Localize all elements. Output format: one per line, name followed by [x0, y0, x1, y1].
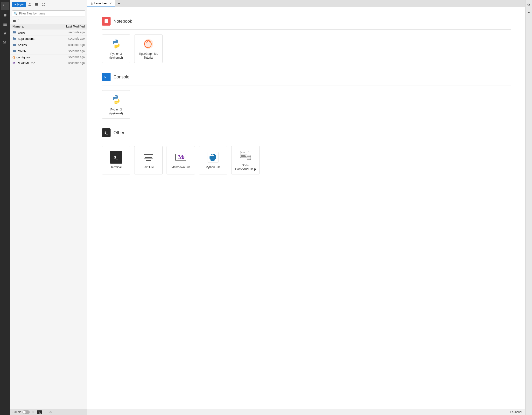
card-label-markdown: Markdown File: [171, 166, 190, 169]
card-label-python3-notebook: Python 3(ipykernel): [109, 52, 123, 60]
pythonfile-card-icon: [207, 151, 219, 164]
file-name-algos: algos: [18, 31, 58, 34]
card-tigergraph[interactable]: TigerGraph MLTutorial: [134, 35, 163, 63]
tab-add-button[interactable]: +: [115, 0, 122, 7]
folder-icon: [13, 43, 16, 47]
sidebar-icon-extension[interactable]: [1, 29, 9, 38]
card-textfile[interactable]: Text File: [134, 146, 163, 174]
launcher-status-label: Launcher: [510, 410, 522, 414]
svg-rect-17: [244, 152, 245, 152]
tab-bar: ⎘ Launcher ✕ +: [87, 0, 525, 7]
upload-folder-button[interactable]: [34, 1, 40, 7]
sidebar-icon-files[interactable]: [1, 2, 9, 10]
settings-gear-icon[interactable]: ⚙: [526, 2, 532, 8]
card-markdown[interactable]: M Markdown File: [167, 146, 195, 174]
svg-rect-21: [247, 155, 251, 160]
file-modified-gnns: seconds ago: [58, 49, 85, 53]
breadcrumb-path: /: [18, 19, 18, 22]
textfile-card-icon: [142, 151, 155, 164]
content-area: Notebook Python 3(ipykernel): [87, 7, 525, 409]
svg-point-12: [214, 160, 214, 160]
toggle-switch-control[interactable]: [22, 410, 30, 414]
search-input[interactable]: [12, 10, 85, 16]
svg-rect-0: [3, 5, 4, 6]
card-contextual-help[interactable]: ShowContextual Help: [231, 146, 260, 174]
notebook-section-title: Notebook: [114, 19, 132, 24]
file-item-readme[interactable]: M README.md seconds ago: [10, 60, 87, 66]
card-label-textfile: Text File: [143, 166, 154, 169]
folder-icon: [13, 49, 16, 53]
folder-icon: [13, 30, 16, 35]
python-notebook-icon: [110, 38, 122, 50]
counter2: 0: [45, 410, 47, 414]
file-name-config: config.json: [16, 56, 58, 59]
file-modified-basics: seconds ago: [58, 43, 85, 47]
card-terminal[interactable]: $_ Terminal: [102, 146, 130, 174]
file-item-applications[interactable]: applications seconds ago: [10, 36, 87, 42]
notebook-card-grid: Python 3(ipykernel) TigerGraph MLTutoria…: [102, 35, 511, 63]
counter1: 0: [33, 410, 34, 414]
status-bar: Simple 0 $_ 0 ⚙: [10, 409, 87, 415]
card-label-pythonfile: Python File: [206, 166, 220, 169]
file-list-header: Name ▲ Last Modified: [10, 24, 87, 29]
text-line-2: [144, 156, 153, 156]
card-label-terminal: Terminal: [111, 166, 121, 169]
file-name-applications: applications: [18, 37, 58, 40]
console-icon: >_: [102, 73, 111, 81]
notebook-divider: [102, 29, 511, 30]
other-card-grid: $_ Terminal Text File: [102, 146, 511, 174]
file-item-algos[interactable]: algos seconds ago: [10, 29, 87, 36]
python-console-icon: [110, 93, 122, 106]
card-python3-notebook[interactable]: Python 3(ipykernel): [102, 35, 130, 63]
other-section-header: $_ Other: [102, 128, 511, 137]
sidebar-icon-stop[interactable]: [1, 11, 9, 19]
svg-point-11: [212, 154, 213, 155]
tab-icon: ⎘: [91, 2, 93, 5]
console-section-title: Console: [114, 75, 129, 80]
notebook-section-header: Notebook: [102, 17, 511, 26]
main-status-bar: Launcher: [87, 409, 525, 415]
settings-status-icon: ⚙: [49, 410, 52, 414]
file-item-gnns[interactable]: GNNs seconds ago: [10, 48, 87, 55]
file-list: algos seconds ago applications seconds a…: [10, 29, 87, 409]
tab-close-icon[interactable]: ✕: [109, 2, 112, 5]
tigergraph-icon: [142, 38, 155, 50]
new-button[interactable]: + + New New: [12, 2, 26, 7]
simple-toggle[interactable]: Simple: [13, 410, 30, 414]
folder-icon: [13, 37, 16, 41]
breadcrumb: /: [10, 18, 87, 24]
file-item-config[interactable]: {} config.json seconds ago: [10, 55, 87, 60]
file-modified-applications: seconds ago: [58, 37, 85, 40]
sidebar-icon-puzzle[interactable]: [1, 39, 9, 47]
markdown-card-icon: M: [174, 151, 187, 164]
svg-rect-15: [241, 152, 242, 152]
card-pythonfile[interactable]: Python File: [199, 146, 227, 174]
notebook-icon: [102, 17, 111, 26]
other-divider: [102, 141, 511, 141]
console-card-grid: Python 3(ipykernel): [102, 90, 511, 119]
name-column-header: Name: [13, 25, 20, 28]
file-name-basics: basics: [18, 43, 58, 47]
sort-arrow: ▲: [21, 25, 24, 28]
svg-rect-18: [241, 154, 247, 154]
svg-rect-19: [241, 155, 246, 156]
sidebar-icon-list[interactable]: [1, 20, 9, 28]
tab-launcher[interactable]: ⎘ Launcher ✕: [87, 0, 115, 7]
settings-palette-icon[interactable]: ✦: [526, 10, 532, 15]
file-item-basics[interactable]: basics seconds ago: [10, 42, 87, 48]
file-toolbar: + + New New: [10, 0, 87, 9]
upload-button[interactable]: [27, 1, 33, 7]
text-line-5: [146, 160, 151, 161]
text-line-3: [145, 157, 152, 158]
card-label-python3-console: Python 3(ipykernel): [109, 108, 123, 115]
file-modified-config: seconds ago: [58, 56, 85, 59]
refresh-button[interactable]: [40, 1, 46, 7]
other-section-title: Other: [114, 130, 124, 135]
plus-icon: +: [14, 3, 16, 6]
svg-rect-1: [4, 14, 7, 17]
card-label-help: ShowContextual Help: [235, 164, 256, 171]
main-area: ⎘ Launcher ✕ + Notebook: [87, 0, 525, 415]
svg-text:M: M: [178, 154, 183, 160]
tab-label: Launcher: [94, 1, 107, 5]
card-python3-console[interactable]: Python 3(ipykernel): [102, 90, 130, 119]
